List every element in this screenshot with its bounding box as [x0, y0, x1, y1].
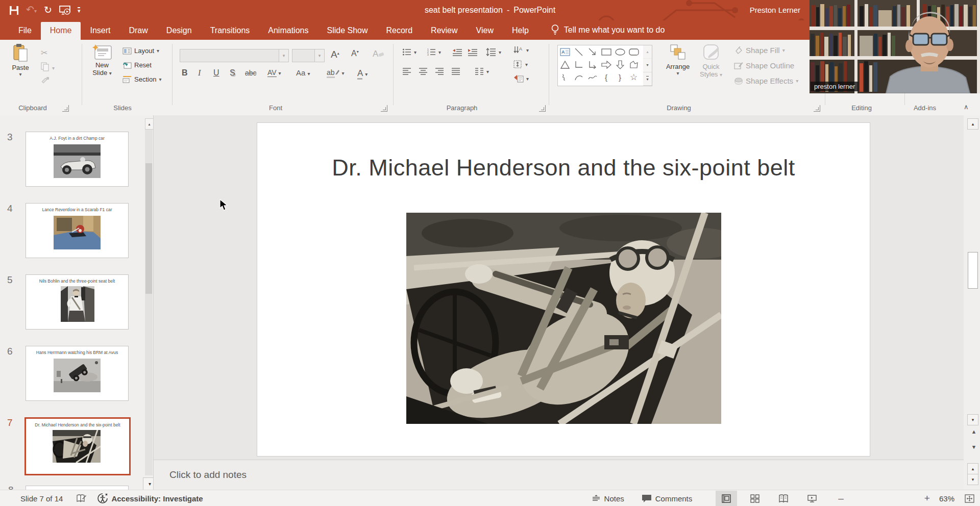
strikethrough-button[interactable]: abc [245, 69, 257, 77]
shape-star-icon[interactable]: ☆ [627, 71, 641, 84]
shapes-gallery-scroll[interactable]: ▴ ▾ ▾ [643, 45, 652, 86]
tab-design[interactable]: Design [157, 22, 201, 40]
shape-rounded-rectangle-icon[interactable] [627, 45, 641, 58]
text-direction-button[interactable]: A ▾ [513, 46, 529, 54]
cut-icon[interactable]: ✂ [41, 48, 47, 58]
tab-review[interactable]: Review [422, 22, 467, 40]
thumbnail-slide-5[interactable]: Nils Bohlin and the three-point seat bel… [26, 274, 129, 330]
tab-draw[interactable]: Draw [119, 22, 157, 40]
copy-icon[interactable] [41, 62, 49, 73]
justify-button[interactable] [451, 67, 460, 78]
tab-file[interactable]: File [9, 22, 41, 40]
bullets-button[interactable]: ▾ [402, 48, 416, 56]
scroll-down-button[interactable]: ▾ [967, 414, 978, 425]
arrange-button[interactable]: Arrange ▾ [663, 44, 693, 76]
slide-sorter-view-button[interactable] [744, 491, 766, 506]
reset-button[interactable]: Reset [122, 61, 152, 69]
zoom-level[interactable]: 63% [939, 494, 954, 503]
line-spacing-button[interactable]: ▾ [486, 48, 501, 56]
shape-triangle-icon[interactable] [558, 58, 572, 71]
account-name[interactable]: Preston Lerner [750, 6, 800, 14]
drawing-dialog-launcher[interactable] [814, 105, 820, 112]
zoom-in-button[interactable]: + [924, 493, 930, 504]
numbering-button[interactable]: 123 ▾ [427, 48, 441, 56]
font-dialog-launcher[interactable] [381, 105, 387, 112]
shape-arrow-icon[interactable] [585, 45, 599, 58]
thumbnails-scrollbar[interactable]: ▴ [145, 118, 153, 475]
accessibility-checker[interactable]: Accessibility: Investigate [97, 493, 203, 503]
section-button[interactable]: Section▾ [122, 75, 161, 83]
tab-help[interactable]: Help [503, 22, 538, 40]
shape-curve-icon[interactable] [585, 71, 599, 84]
shape-rectangle-icon[interactable] [599, 45, 613, 58]
shapes-gallery[interactable]: A { } ☆ [557, 45, 644, 86]
font-size-combo[interactable]: ▾ [292, 49, 325, 62]
shrink-font-button[interactable]: A▾ [351, 49, 359, 58]
reading-view-button[interactable] [773, 491, 794, 506]
shape-down-arrow-icon[interactable] [613, 58, 627, 71]
spell-check-icon[interactable] [76, 494, 86, 503]
zoom-out-button[interactable]: – [838, 493, 844, 504]
next-slide-button[interactable]: ▾▾ [968, 445, 976, 449]
columns-button[interactable]: ▾ [475, 67, 489, 75]
shape-right-brace-icon[interactable]: } [613, 71, 627, 84]
change-case-button[interactable]: Aa ▾ [296, 68, 310, 77]
tab-insert[interactable]: Insert [81, 22, 119, 40]
shapes-scroll-down[interactable]: ▾ [643, 59, 652, 72]
tab-view[interactable]: View [467, 22, 503, 40]
shape-left-brace-icon[interactable]: { [599, 71, 613, 84]
decrease-indent-button[interactable] [452, 48, 462, 58]
comments-toggle[interactable]: Comments [642, 494, 693, 503]
clipboard-dialog-launcher[interactable] [62, 105, 69, 112]
previous-slide-button[interactable]: ▴▴ [968, 429, 976, 434]
tab-transitions[interactable]: Transitions [201, 22, 259, 40]
shape-fill-button[interactable]: Shape Fill▾ [734, 46, 785, 55]
shape-line-icon[interactable] [572, 45, 585, 58]
shape-right-arrow-icon[interactable] [599, 58, 613, 71]
collapse-ribbon-button[interactable]: ∧ [964, 103, 969, 111]
scrollbar-thumb[interactable] [968, 252, 978, 289]
paste-button[interactable]: Paste ▾ [7, 44, 34, 77]
thumbnail-slide-7-selected[interactable]: Dr. Michael Henderson and the six-point … [24, 417, 131, 475]
grow-font-button[interactable]: A▴ [331, 49, 339, 60]
new-slide-button[interactable]: New Slide ▾ [87, 44, 117, 77]
tab-slide-show[interactable]: Slide Show [317, 22, 377, 40]
underline-button[interactable]: U [213, 68, 219, 78]
copy-dropdown[interactable]: ▾ [52, 65, 55, 71]
notes-scroll-up-button[interactable]: ▴ [967, 463, 978, 474]
thumbnails-scroll-down-button[interactable]: ▾ [143, 477, 154, 490]
thumbnail-slide-6[interactable]: Hans Herrmann watching his BRM at Avus [26, 346, 129, 401]
notes-placeholder[interactable]: Click to add notes [169, 469, 247, 480]
slide-canvas[interactable]: Dr. Michael Henderson and the six-point … [257, 122, 870, 457]
align-right-button[interactable] [435, 67, 444, 78]
convert-smartart-button[interactable]: ▾ [513, 74, 529, 83]
shapes-more-button[interactable]: ▾ [643, 72, 652, 86]
shape-outline-button[interactable]: Shape Outline [734, 61, 794, 70]
normal-view-button[interactable] [716, 491, 737, 506]
notes-scroll-down-button[interactable]: ▾ [967, 474, 978, 485]
thumbnail-slide-8-partial[interactable] [26, 486, 129, 490]
thumbnail-slide-4[interactable]: Lance Reventlow in a Scarab F1 car [26, 203, 129, 258]
highlight-color-button[interactable]: ab ▾ [327, 68, 345, 77]
font-color-button[interactable]: A ▾ [357, 68, 368, 79]
thumbnails-scroll-up[interactable]: ▴ [145, 118, 154, 130]
tab-animations[interactable]: Animations [259, 22, 317, 40]
format-painter-icon[interactable] [41, 77, 50, 87]
text-shadow-button[interactable]: S [230, 68, 235, 78]
shape-effects-button[interactable]: Shape Effects▾ [734, 77, 798, 85]
shapes-scroll-up[interactable]: ▴ [643, 45, 652, 59]
fit-slide-to-window-button[interactable] [959, 491, 980, 506]
font-name-combo[interactable]: ▾ [180, 49, 289, 62]
shape-elbow-arrow-icon[interactable] [585, 58, 599, 71]
paragraph-dialog-launcher[interactable] [539, 105, 546, 112]
thumbnail-slide-3[interactable]: A.J. Foyt in a dirt Champ car [26, 132, 129, 187]
layout-button[interactable]: Layout▾ [122, 47, 159, 55]
quick-styles-button[interactable]: Quick Styles ▾ [695, 44, 727, 78]
slideshow-view-button[interactable] [801, 491, 823, 506]
align-center-button[interactable] [419, 67, 428, 78]
clear-formatting-button[interactable]: A [373, 49, 384, 59]
shape-freeform-icon[interactable] [627, 58, 641, 71]
tab-record[interactable]: Record [377, 22, 422, 40]
tell-me-box[interactable]: Tell me what you want to do [538, 24, 670, 40]
tab-home[interactable]: Home [41, 22, 81, 40]
